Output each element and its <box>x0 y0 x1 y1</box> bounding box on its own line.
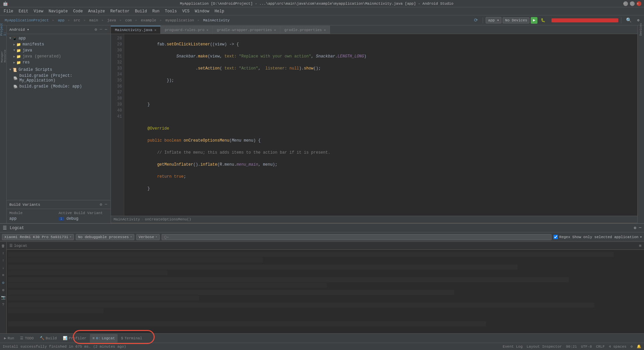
bottom-tab-profiler[interactable]: 📊 Profiler <box>60 334 89 343</box>
regex-checkbox[interactable] <box>553 235 558 239</box>
tab-gradle-properties[interactable]: gradle.properties ✕ <box>280 26 330 34</box>
menu-build[interactable]: Build <box>133 8 149 14</box>
screenshot-icon[interactable]: 📷 <box>1 295 6 300</box>
bottom-tab-logcat[interactable]: ≡ 6: Logcat <box>90 334 118 343</box>
bottom-tab-build[interactable]: 🔨 Build <box>37 334 59 343</box>
menu-vcs[interactable]: VCS <box>180 8 192 14</box>
module-src[interactable]: src <box>71 18 82 23</box>
device-dropdown-logcat[interactable]: Xiaomi Redmi K30 Pro 5a93173i ▾ <box>2 234 74 240</box>
up-icon[interactable]: ↑ <box>1 258 6 263</box>
layout-inspector-btn[interactable]: Layout Inspector <box>527 345 562 349</box>
encoding[interactable]: UTF-8 <box>581 345 592 349</box>
code-line-39: return true; <box>128 174 633 180</box>
gear-icon[interactable]: ⋯ <box>104 26 108 33</box>
project-icon[interactable]: 1: Project <box>1 27 6 32</box>
tree-item-gradle-scripts[interactable]: ▼ 📜 Gradle Scripts <box>7 67 111 73</box>
menu-run[interactable]: Run <box>150 8 162 14</box>
menu-window[interactable]: Window <box>192 8 211 14</box>
module-myapplication[interactable]: myapplication <box>163 18 196 23</box>
android-dropdown[interactable]: Android ▾ <box>9 27 29 32</box>
notification-icon[interactable]: 🔔 <box>637 344 641 349</box>
project-panel: Android ▾ ⚙ — ⋯ ▼ 📱 app ▶ 📁 manifests ▼ … <box>7 25 111 223</box>
tab-gradle-properties-close[interactable]: ✕ <box>324 28 326 32</box>
hide-icon[interactable]: — <box>99 26 103 33</box>
module-main[interactable]: main <box>87 18 100 23</box>
project-name[interactable]: MyApplicationProject <box>3 18 51 23</box>
down-icon[interactable]: ↓ <box>1 265 6 271</box>
line-separator[interactable]: CRLF <box>596 345 605 349</box>
tab-gradle-wrapper-close[interactable]: ✕ <box>274 28 276 32</box>
event-log-btn[interactable]: Event Log <box>503 345 522 349</box>
menu-refactor[interactable]: Refactor <box>108 8 132 14</box>
settings-icon[interactable]: ⚙ <box>94 26 98 33</box>
app-dropdown[interactable]: app ▾ <box>486 17 501 23</box>
indent[interactable]: 4 spaces <box>609 345 627 349</box>
module-mainactivity[interactable]: MainActivity <box>201 18 231 23</box>
filter-icon[interactable]: ≡ <box>1 273 6 278</box>
tree-item-build-gradle-project[interactable]: 🐘 build.gradle (Project: My_Application) <box>7 73 111 83</box>
menu-analyze[interactable]: Analyze <box>86 8 107 14</box>
settings-btn[interactable]: ⚙ <box>635 17 641 23</box>
menu-navigate[interactable]: Navigate <box>46 8 70 14</box>
todo-label: TODO <box>25 336 33 340</box>
minimize-button[interactable]: ─ <box>623 1 628 6</box>
menu-help[interactable]: Help <box>212 8 226 14</box>
show-only-selected-container: Show only selected application ▾ <box>572 235 642 239</box>
search-everywhere-btn[interactable]: 🔍 <box>624 17 634 24</box>
scroll-to-end-icon[interactable]: ↕ <box>1 250 6 256</box>
resource-manager-icon[interactable]: Resource Manager <box>1 53 6 59</box>
breadcrumb-mainactivity[interactable]: MainActivity <box>114 217 140 221</box>
menu-edit[interactable]: Edit <box>16 8 31 14</box>
clear-logcat-icon[interactable]: 🗑 <box>1 243 6 248</box>
menu-tools[interactable]: Tools <box>163 8 179 14</box>
module-app[interactable]: app <box>56 18 66 23</box>
logcat-search-input[interactable] <box>162 234 552 240</box>
logcat-row <box>8 303 594 308</box>
tab-mainactivity[interactable]: MainActivity.java ✕ <box>111 26 161 34</box>
tree-item-build-gradle-module[interactable]: 🐘 build.gradle (Module: app) <box>7 83 111 90</box>
code-content[interactable]: fab.setOnClickListener((view) -> { Snack… <box>124 34 637 216</box>
tree-item-java-generated[interactable]: ▶ 📁 java (generated) <box>7 53 111 59</box>
build-variants-header[interactable]: Build Variants ⚙ — <box>7 200 111 209</box>
maximize-button[interactable]: □ <box>630 1 635 6</box>
bv-hide-icon[interactable]: — <box>104 201 108 208</box>
code-line-38: getMenuInflater().inflate(R.menu.menu_ma… <box>128 162 633 168</box>
module-java[interactable]: java <box>105 18 118 23</box>
tab-proguard-close[interactable]: ✕ <box>206 28 208 32</box>
tab-proguard[interactable]: proguard-rules.pro ✕ <box>161 26 213 34</box>
logcat-settings-icon[interactable]: ⚙ <box>634 225 636 230</box>
process-dropdown[interactable]: No debuggable processes ▾ <box>76 234 134 240</box>
module-com[interactable]: com <box>123 18 134 23</box>
debug-button[interactable]: 🐛 <box>539 17 547 23</box>
bv-settings-icon[interactable]: ⚙ <box>99 201 103 208</box>
sync-btn[interactable]: ⟳ <box>472 17 480 24</box>
logcat-header-icon: ☰ <box>3 225 7 231</box>
breadcrumb-method[interactable]: onCreateOptionsMenu() <box>145 217 191 221</box>
tab-gradle-wrapper[interactable]: gradle-wrapper.properties ✕ <box>213 26 280 34</box>
menu-file[interactable]: File <box>1 8 16 14</box>
tree-item-java[interactable]: ▼ 📁 java <box>7 47 111 53</box>
devices-icon[interactable]: Devices <box>638 27 644 32</box>
bottom-tab-todo[interactable]: ☰ TODO <box>17 334 36 343</box>
bottom-tab-terminal[interactable]: $ Terminal <box>118 334 145 343</box>
cursor-position: 90:21 <box>566 345 577 349</box>
logcat-minimize-icon[interactable]: — <box>639 225 641 230</box>
info-icon[interactable]: ⚙ <box>1 287 6 293</box>
device-dropdown[interactable]: No Devices <box>503 17 529 23</box>
level-dropdown[interactable]: Verbose ▾ <box>136 234 160 240</box>
tab-mainactivity-close[interactable]: ✕ <box>154 28 156 32</box>
tree-item-res[interactable]: ▶ 📁 res <box>7 59 111 65</box>
question-icon[interactable]: ? <box>1 302 6 307</box>
menu-code[interactable]: Code <box>71 8 85 14</box>
menu-view[interactable]: View <box>31 8 46 14</box>
code-editor[interactable]: 28 29 30 31 32 33 34 35 36 37 38 39 40 4… <box>111 34 637 216</box>
module-example[interactable]: example <box>139 18 158 23</box>
tree-item-app[interactable]: ▼ 📱 app <box>7 35 111 41</box>
tree-item-manifests[interactable]: ▶ 📁 manifests <box>7 41 111 47</box>
bottom-tab-run[interactable]: ▶ Run <box>1 334 17 343</box>
close-button[interactable]: ✕ <box>637 1 641 6</box>
run-button[interactable]: ▶ <box>531 17 537 24</box>
settings-logcat-icon[interactable]: ⚙ <box>1 280 6 285</box>
logcat-format-icon[interactable]: ⊞ <box>639 243 641 248</box>
settings-status-icon[interactable]: ⚙ <box>630 344 633 349</box>
